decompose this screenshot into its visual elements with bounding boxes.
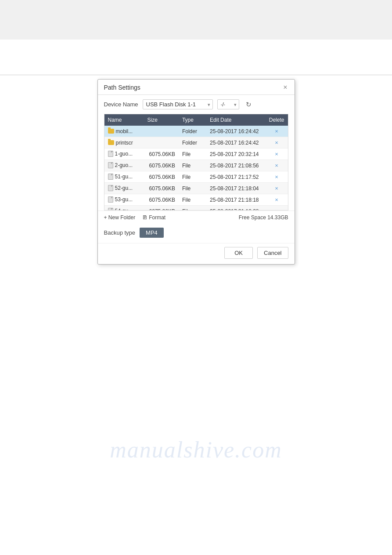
- file-name: 53-gu...: [115, 196, 133, 203]
- delete-button[interactable]: ×: [275, 185, 278, 192]
- cell-type: File: [179, 206, 206, 211]
- file-name: printscr: [116, 140, 133, 146]
- cell-delete: ×: [266, 126, 288, 137]
- cell-size: [144, 126, 179, 137]
- cell-name: 1-guo...: [104, 149, 144, 160]
- table-row[interactable]: 54-gu...6075.06KBFile25-08-2017 21:18:28…: [104, 206, 288, 211]
- cell-size: 6075.06KB: [144, 160, 179, 171]
- cell-type: File: [179, 149, 206, 160]
- dialog-title: Path Settings: [104, 84, 140, 91]
- cell-date: 25-08-2017 16:24:42: [206, 137, 266, 149]
- table-row[interactable]: printscrFolder25-08-2017 16:24:42×: [104, 137, 288, 149]
- cancel-button[interactable]: Cancel: [257, 247, 288, 259]
- watermark: manualshive.com: [110, 437, 282, 463]
- cell-name: 54-gu...: [104, 206, 144, 211]
- file-icon: [108, 196, 113, 203]
- page-background: Path Settings × Device Name USB Flash Di…: [0, 40, 392, 555]
- cell-type: File: [179, 183, 206, 194]
- cell-delete: ×: [266, 160, 288, 171]
- cell-size: 6075.06KB: [144, 149, 179, 160]
- cell-delete: ×: [266, 183, 288, 194]
- bottom-bar: + New Folder 🖹 Format Free Space 14.33GB: [98, 210, 295, 224]
- col-header-date: Edit Date: [206, 114, 266, 126]
- col-header-delete: Delete: [266, 114, 288, 126]
- delete-button[interactable]: ×: [275, 151, 278, 157]
- cell-date: 25-08-2017 21:17:52: [206, 171, 266, 183]
- device-select[interactable]: USB Flash Disk 1-1: [143, 99, 213, 109]
- table-row[interactable]: 53-gu...6075.06KBFile25-08-2017 21:18:18…: [104, 194, 288, 206]
- cell-name: 51-gu...: [104, 171, 144, 183]
- cell-type: Folder: [179, 137, 206, 149]
- backup-type-label: Backup type: [104, 229, 136, 236]
- delete-button[interactable]: ×: [275, 128, 278, 134]
- file-table-container: Name Size Type Edit Date Delete mobil...…: [104, 114, 288, 210]
- dialog-header: Path Settings ×: [98, 80, 295, 95]
- col-header-name: Name: [104, 114, 144, 126]
- file-icon: [108, 185, 113, 191]
- cell-date: 25-08-2017 20:32:14: [206, 149, 266, 160]
- cell-size: 6075.06KB: [144, 171, 179, 183]
- cell-delete: ×: [266, 137, 288, 149]
- table-header-row: Name Size Type Edit Date Delete: [104, 114, 288, 126]
- col-header-type: Type: [179, 114, 206, 126]
- cell-delete: ×: [266, 194, 288, 206]
- file-table-body: mobil...Folder25-08-2017 16:24:42×prints…: [104, 126, 288, 210]
- file-name: mobil...: [116, 128, 133, 134]
- table-row[interactable]: mobil...Folder25-08-2017 16:24:42×: [104, 126, 288, 137]
- cell-size: 6075.06KB: [144, 206, 179, 211]
- device-name-label: Device Name: [104, 101, 138, 108]
- table-row[interactable]: 51-gu...6075.06KBFile25-08-2017 21:17:52…: [104, 171, 288, 183]
- cell-type: File: [179, 171, 206, 183]
- cell-delete: ×: [266, 206, 288, 211]
- file-table: Name Size Type Edit Date Delete mobil...…: [104, 114, 288, 210]
- ok-button[interactable]: OK: [224, 247, 253, 259]
- format-icon: 🖹: [142, 214, 147, 221]
- cell-size: 6075.06KB: [144, 183, 179, 194]
- folder-icon: [108, 129, 114, 134]
- cell-date: 25-08-2017 16:24:42: [206, 126, 266, 137]
- delete-button[interactable]: ×: [275, 139, 278, 146]
- file-icon: [108, 174, 113, 180]
- format-label: Format: [149, 214, 165, 221]
- file-icon: [108, 162, 113, 168]
- delete-button[interactable]: ×: [275, 174, 278, 180]
- new-folder-button[interactable]: + New Folder: [104, 214, 136, 221]
- table-row[interactable]: 1-guo...6075.06KBFile25-08-2017 20:32:14…: [104, 149, 288, 160]
- file-name: 1-guo...: [115, 151, 133, 157]
- backup-type-button[interactable]: MP4: [140, 228, 164, 238]
- cell-type: Folder: [179, 126, 206, 137]
- path-select[interactable]: ·/·: [217, 99, 239, 109]
- bottom-bar-left: + New Folder 🖹 Format: [104, 214, 166, 221]
- cell-type: File: [179, 194, 206, 206]
- action-row: OK Cancel: [98, 243, 295, 264]
- cell-size: 6075.06KB: [144, 194, 179, 206]
- cell-size: [144, 137, 179, 149]
- cell-name: mobil...: [104, 126, 144, 137]
- table-row[interactable]: 2-guo...6075.06KBFile25-08-2017 21:08:56…: [104, 160, 288, 171]
- cell-delete: ×: [266, 149, 288, 160]
- cell-date: 25-08-2017 21:18:28: [206, 206, 266, 211]
- format-button[interactable]: 🖹 Format: [142, 214, 165, 221]
- delete-button[interactable]: ×: [275, 196, 278, 203]
- device-select-wrapper: USB Flash Disk 1-1: [143, 99, 213, 109]
- close-button[interactable]: ×: [282, 84, 288, 91]
- delete-button[interactable]: ×: [275, 162, 278, 169]
- folder-icon: [108, 140, 114, 145]
- file-name: 52-gu...: [115, 185, 133, 191]
- cell-date: 25-08-2017 21:18:04: [206, 183, 266, 194]
- col-header-size: Size: [144, 114, 179, 126]
- cell-name: 2-guo...: [104, 160, 144, 171]
- top-rule: [0, 75, 392, 75]
- file-icon: [108, 151, 113, 157]
- path-select-wrapper: ·/·: [217, 99, 239, 109]
- cell-type: File: [179, 160, 206, 171]
- path-settings-dialog: Path Settings × Device Name USB Flash Di…: [97, 79, 295, 265]
- cell-date: 25-08-2017 21:18:18: [206, 194, 266, 206]
- cell-name: 52-gu...: [104, 183, 144, 194]
- cell-name: printscr: [104, 137, 144, 149]
- backup-type-row: Backup type MP4: [98, 224, 295, 243]
- table-row[interactable]: 52-gu...6075.06KBFile25-08-2017 21:18:04…: [104, 183, 288, 194]
- cell-date: 25-08-2017 21:08:56: [206, 160, 266, 171]
- refresh-button[interactable]: ↻: [244, 100, 254, 109]
- device-name-row: Device Name USB Flash Disk 1-1 ·/· ↻: [98, 95, 295, 114]
